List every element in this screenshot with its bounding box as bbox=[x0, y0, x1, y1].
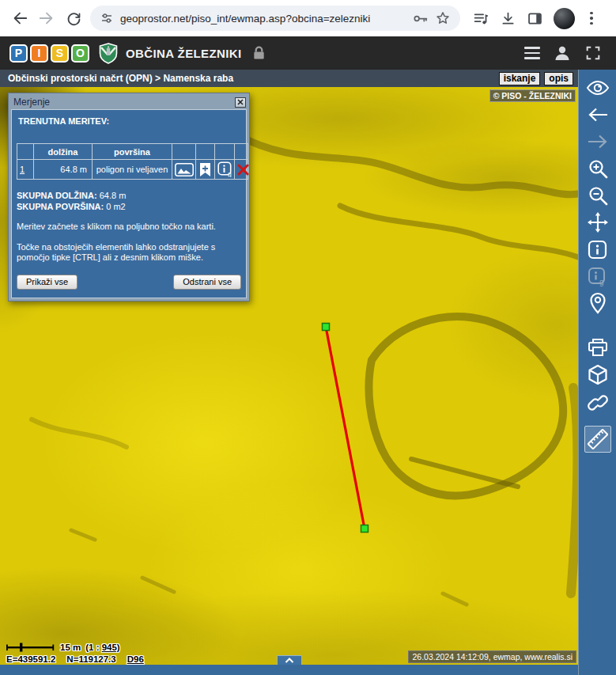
total-length-label: SKUPNA DOLŽINA: bbox=[17, 191, 97, 200]
piso-logo[interactable]: P I S O bbox=[9, 44, 89, 63]
scale-bar-graphic bbox=[6, 643, 55, 652]
breadcrumb: Občinski prostorski načrt (OPN) > Namens… bbox=[8, 73, 233, 84]
password-key-icon[interactable] bbox=[412, 10, 429, 27]
info-button[interactable] bbox=[584, 237, 611, 261]
pan-button[interactable] bbox=[584, 210, 611, 234]
row-area-value: poligon ni veljaven bbox=[93, 160, 172, 180]
total-length-value: 64.8 m bbox=[100, 191, 127, 200]
browser-reload-icon[interactable] bbox=[60, 5, 87, 32]
scale-ratio: (1 : 945) bbox=[85, 643, 119, 652]
expand-panel-tab[interactable] bbox=[277, 655, 302, 665]
logo-letter-p: P bbox=[9, 44, 28, 63]
measure-dialog: Merjenje TRENUTNA MERITEV: dolžina površ… bbox=[8, 93, 250, 301]
dialog-close-button[interactable] bbox=[235, 97, 246, 108]
address-bar[interactable]: geoprostor.net/piso_int/ewmap.asp?obcina… bbox=[90, 6, 460, 31]
browser-toolbar: geoprostor.net/piso_int/ewmap.asp?obcina… bbox=[0, 0, 616, 36]
profile-avatar[interactable] bbox=[554, 8, 575, 29]
pan-icon bbox=[587, 211, 609, 233]
media-queue-icon[interactable] bbox=[473, 10, 489, 27]
measurement-table: dolžina površina 1 64.8 m poligon ni vel… bbox=[17, 143, 248, 180]
zoom-out-icon bbox=[588, 185, 608, 206]
current-measure-heading: TRENUTNA MERITEV: bbox=[18, 116, 241, 126]
svg-text:g: g bbox=[599, 278, 604, 286]
eye-icon bbox=[586, 79, 610, 97]
browser-menu-icon[interactable] bbox=[585, 12, 598, 25]
municipality-title: OBČINA ŽELEZNIKI bbox=[126, 47, 242, 60]
measure-summary: SKUPNA DOLŽINA: 64.8 m SKUPNA POVRŠINA: … bbox=[17, 190, 241, 212]
coordinates-readout: E=439591.2 N=119127.3 D96 bbox=[6, 654, 144, 664]
ruler-icon bbox=[587, 428, 609, 450]
row-info-group-button[interactable]: g bbox=[215, 160, 235, 180]
logo-letter-o: O bbox=[71, 44, 89, 63]
description-button[interactable]: opis bbox=[544, 72, 573, 85]
next-view-button[interactable] bbox=[584, 130, 611, 154]
scale-ratio-link[interactable]: 945 bbox=[102, 643, 117, 652]
elevation-profile-button[interactable] bbox=[172, 160, 196, 180]
download-icon[interactable] bbox=[500, 10, 516, 27]
hamburger-menu-icon[interactable] bbox=[524, 47, 540, 59]
locate-button[interactable] bbox=[584, 291, 611, 315]
link-icon bbox=[588, 392, 608, 413]
measurement-vertex-end[interactable] bbox=[361, 525, 368, 533]
share-link-button[interactable] bbox=[584, 391, 611, 415]
layers-visibility-button[interactable] bbox=[584, 76, 611, 100]
col-header-length: dolžina bbox=[34, 144, 93, 160]
row-length-value: 64.8 m bbox=[34, 160, 93, 180]
arrow-left-icon bbox=[588, 108, 608, 122]
browser-back-icon[interactable] bbox=[6, 5, 33, 32]
print-button[interactable] bbox=[584, 336, 611, 359]
tool-sidebar: g bbox=[578, 70, 616, 675]
app-header: P I S O OBČINA ŽELEZNIKI bbox=[0, 36, 616, 70]
user-icon[interactable] bbox=[553, 44, 572, 63]
info-icon bbox=[588, 240, 607, 260]
logo-letter-s: S bbox=[51, 44, 69, 63]
arrow-right-icon bbox=[588, 135, 608, 149]
measurement-line bbox=[326, 327, 365, 529]
remove-all-button[interactable]: Odstrani vse bbox=[173, 275, 241, 290]
coordinate-e: E=439591.2 bbox=[6, 654, 55, 664]
save-bookmark-button[interactable] bbox=[196, 160, 215, 180]
svg-text:g: g bbox=[228, 170, 232, 177]
url-text[interactable]: geoprostor.net/piso_int/ewmap.asp?obcina… bbox=[120, 13, 406, 25]
site-settings-icon[interactable] bbox=[100, 11, 114, 25]
hint-remove-points: Točke na obstoječih elementih lahko odst… bbox=[17, 242, 241, 264]
zoom-out-button[interactable] bbox=[584, 184, 611, 207]
bookmark-add-icon bbox=[199, 162, 211, 177]
show-all-button[interactable]: Prikaži vse bbox=[17, 275, 77, 290]
coordinate-n: N=119127.3 bbox=[66, 654, 115, 664]
zoom-in-icon bbox=[588, 158, 608, 179]
measure-button[interactable] bbox=[584, 426, 611, 453]
datum-link[interactable]: D96 bbox=[127, 654, 144, 664]
scale-distance: 15 m bbox=[60, 643, 81, 652]
view-3d-button[interactable] bbox=[584, 363, 611, 387]
dialog-titlebar[interactable]: Merjenje bbox=[11, 95, 247, 109]
total-area-label: SKUPNA POVRŠINA: bbox=[17, 202, 104, 211]
map-timestamp: 26.03.2024 14:12:09, ewmap, www.realis.s… bbox=[408, 650, 576, 663]
close-icon bbox=[237, 99, 244, 105]
bookmark-star-icon[interactable] bbox=[435, 10, 451, 26]
scale-bar: 15 m (1 : 945) bbox=[6, 643, 120, 652]
fullscreen-icon[interactable] bbox=[584, 44, 602, 62]
row-number-link[interactable]: 1 bbox=[20, 165, 25, 174]
info-group-button[interactable]: g bbox=[584, 264, 611, 288]
hint-start-measure: Meritev začnete s klikom na poljubno toč… bbox=[17, 222, 241, 233]
search-button[interactable]: iskanje bbox=[499, 72, 541, 85]
cube-3d-icon bbox=[588, 364, 608, 386]
info-group-icon: g bbox=[217, 161, 234, 177]
logo-letter-i: I bbox=[30, 44, 48, 63]
bottom-bar bbox=[0, 665, 578, 675]
dialog-title: Merjenje bbox=[13, 97, 50, 108]
map-copyright: © PISO - ŽELEZNIKI bbox=[489, 89, 576, 102]
printer-icon bbox=[588, 338, 608, 357]
col-header-area: površina bbox=[93, 144, 172, 160]
zoom-in-button[interactable] bbox=[584, 157, 611, 180]
measurement-row: 1 64.8 m poligon ni veljaven g bbox=[17, 160, 248, 180]
delete-measurement-button[interactable] bbox=[235, 160, 248, 180]
side-panel-icon[interactable] bbox=[527, 10, 543, 27]
delete-x-icon bbox=[237, 164, 249, 176]
measurement-vertex-start[interactable] bbox=[323, 324, 330, 331]
previous-view-button[interactable] bbox=[584, 103, 611, 127]
chevron-up-icon bbox=[285, 658, 294, 663]
col-header-num bbox=[17, 144, 34, 160]
browser-forward-icon[interactable] bbox=[33, 5, 60, 32]
